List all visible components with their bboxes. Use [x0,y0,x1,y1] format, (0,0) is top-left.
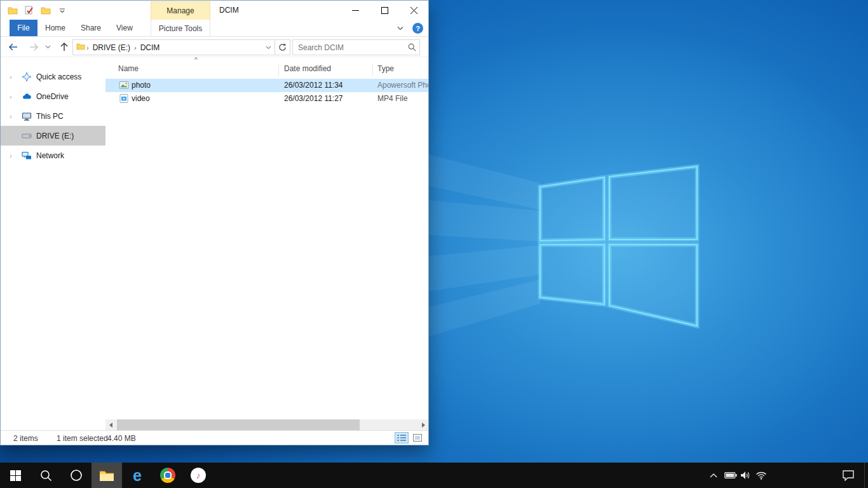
breadcrumb-drive[interactable]: DRIVE (E:) [90,43,133,52]
this-pc-monitor-icon [22,111,32,121]
edge-button[interactable]: e [122,463,153,488]
quick-access-star-icon [22,72,32,82]
help-icon[interactable]: ? [412,23,423,34]
breadcrumb-separator: › [85,44,90,51]
taskbar-file-explorer-button[interactable] [92,463,122,488]
horizontal-scrollbar[interactable] [105,419,428,430]
action-center-button[interactable] [837,463,859,488]
column-header-name[interactable]: Name [118,64,139,73]
status-item-count: 2 items [13,434,38,443]
window-controls [341,1,428,20]
details-view-button[interactable] [395,432,409,444]
column-header-type[interactable]: Type [377,64,394,73]
qat-properties-icon[interactable] [24,4,35,16]
chrome-button[interactable] [153,463,183,488]
expander-chevron-icon[interactable]: › [10,112,12,120]
qat-customize-chevron-icon[interactable] [57,4,68,16]
network-icon[interactable] [754,463,769,488]
ribbon-tab-row: File Home Share View Picture Tools ? [1,20,428,37]
cortana-button[interactable] [61,463,92,488]
scrollbar-thumb[interactable] [117,419,360,430]
music-note-glyph: ♪ [196,470,201,480]
column-header-date-modified[interactable]: Date modified [284,64,331,73]
quick-access-toolbar [7,1,68,20]
column-divider[interactable] [372,64,373,76]
video-file-icon [119,93,129,104]
explorer-body: › Quick access › OneDrive › [1,58,428,430]
file-row-video[interactable]: video 26/03/2012 11:27 MP4 File [105,92,428,105]
qat-new-folder-icon[interactable] [40,4,51,16]
file-rows: photo 26/03/2012 11:34 Apowersoft Pho vi… [105,79,428,105]
tab-file[interactable]: File [10,20,37,36]
window-folder-icon [7,4,18,16]
expander-chevron-icon[interactable]: › [10,73,12,81]
address-dropdown-chevron-icon[interactable] [262,40,275,55]
taskbar: e ♪ [0,463,868,488]
start-button[interactable] [0,463,31,488]
file-name: video [132,94,150,103]
sidebar-item-this-pc[interactable]: › This PC [1,106,105,126]
search-input[interactable] [293,43,404,52]
battery-icon[interactable] [723,463,738,488]
navigation-bar: › DRIVE (E:) › DCIM [1,37,428,57]
minimize-button[interactable] [341,1,370,20]
show-desktop-strip[interactable] [864,463,868,488]
sidebar-item-label: This PC [36,112,64,121]
column-headers: ^ Name Date modified Type [105,62,428,77]
scroll-left-arrow-icon[interactable] [105,419,116,430]
status-bar: 2 items 1 item selected 4.40 MB [1,430,428,445]
column-divider[interactable] [278,64,279,76]
photo-file-icon [119,80,129,90]
file-date-modified: 26/03/2012 11:27 [284,94,343,103]
file-list-pane: ^ Name Date modified Type photo 26/03/20… [105,58,428,419]
close-button[interactable] [399,1,428,20]
ribbon-collapse-chevron-icon[interactable] [393,20,408,37]
up-button[interactable] [57,39,72,55]
sidebar-item-network[interactable]: › Network [1,146,105,165]
scroll-right-arrow-icon[interactable] [417,419,428,430]
tab-home[interactable]: Home [37,20,73,36]
file-row-photo[interactable]: photo 26/03/2012 11:34 Apowersoft Pho [105,79,428,92]
drive-icon [22,131,32,141]
itunes-icon: ♪ [191,468,206,483]
sidebar-item-drive-e[interactable]: DRIVE (E:) [1,126,105,146]
search-box[interactable] [292,39,420,55]
itunes-button[interactable]: ♪ [183,463,214,488]
view-mode-buttons [395,432,424,444]
contextual-group-manage[interactable]: Manage [151,1,210,20]
sidebar-item-label: Network [36,151,64,160]
address-folder-icon [76,43,85,52]
breadcrumb-folder[interactable]: DCIM [138,43,163,52]
expander-chevron-icon[interactable]: › [10,93,12,100]
network-icon [22,151,32,161]
sidebar-item-label: Quick access [36,72,81,81]
refresh-button[interactable] [275,39,290,55]
sort-ascending-caret-icon: ^ [194,57,198,64]
sidebar-item-onedrive[interactable]: › OneDrive [1,86,105,106]
volume-icon[interactable] [738,463,752,488]
tray-expand-chevron-icon[interactable] [707,463,721,488]
search-icon[interactable] [404,43,419,51]
tab-share[interactable]: Share [73,20,109,36]
breadcrumb-separator: › [133,44,138,51]
edge-e-glyph: e [133,468,142,484]
sidebar-item-label: OneDrive [36,92,69,101]
file-type: Apowersoft Pho [377,81,428,90]
file-date-modified: 26/03/2012 11:34 [284,81,343,90]
address-bar[interactable]: › DRIVE (E:) › DCIM [72,39,275,55]
forward-button[interactable] [26,39,41,55]
recent-locations-chevron-icon[interactable] [43,39,53,55]
window-title: DCIM [219,1,239,20]
titlebar[interactable]: Manage DCIM [1,1,428,20]
taskbar-left: e ♪ [0,463,214,488]
sidebar-item-quick-access[interactable]: › Quick access [1,67,105,86]
tab-view[interactable]: View [109,20,140,36]
tab-picture-tools[interactable]: Picture Tools [151,20,210,37]
expander-chevron-icon[interactable]: › [10,152,12,159]
back-button[interactable] [6,39,21,55]
taskbar-search-button[interactable] [31,463,61,488]
navigation-pane: › Quick access › OneDrive › [1,58,105,419]
status-selected-count: 1 item selected [57,434,108,443]
large-icons-view-button[interactable] [410,432,424,444]
maximize-button[interactable] [370,1,399,20]
